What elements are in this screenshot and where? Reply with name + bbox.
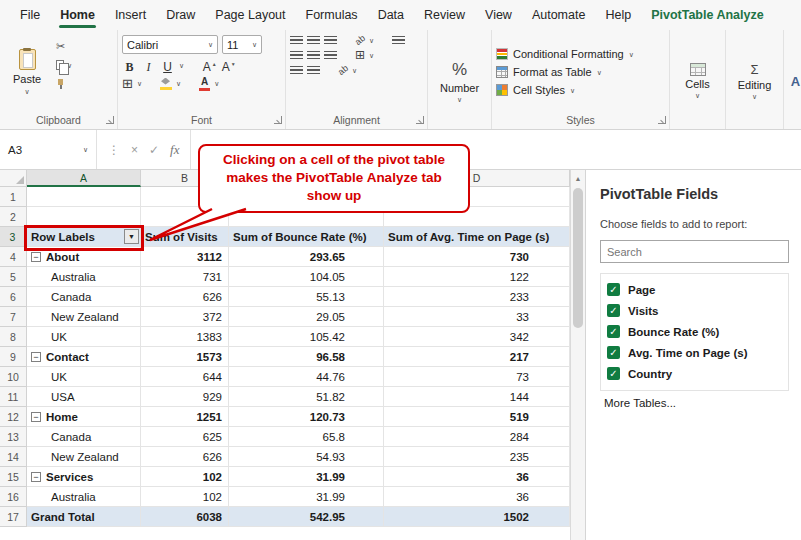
row-header-15[interactable]: 15 [0, 467, 27, 487]
bold-button[interactable]: B [122, 57, 137, 73]
cell-b14[interactable]: 626 [141, 447, 229, 467]
cell-d11[interactable]: 144 [384, 387, 570, 407]
cell-a11[interactable]: USA [27, 387, 141, 407]
insert-function-icon[interactable]: fx [170, 142, 179, 158]
tab-page-layout[interactable]: Page Layout [205, 0, 295, 30]
collapse-minus-icon[interactable]: − [31, 472, 41, 482]
conditional-formatting-button[interactable]: Conditional Formatting ∨ [496, 48, 665, 60]
cell-d8[interactable]: 342 [384, 327, 570, 347]
alignment-dialog-launcher-icon[interactable] [416, 116, 424, 124]
column-header-a[interactable]: A [27, 170, 141, 187]
addins-button-partial[interactable]: A [788, 33, 801, 129]
tab-help[interactable]: Help [595, 0, 641, 30]
row-header-3[interactable]: 3 [0, 227, 27, 247]
font-size-select[interactable]: 11 ∨ [222, 35, 262, 54]
row-header-17[interactable]: 17 [0, 507, 27, 527]
merge-center-icon[interactable]: ⊞ [355, 48, 365, 62]
cell-b13[interactable]: 625 [141, 427, 229, 447]
cell-d12[interactable]: 519 [384, 407, 570, 427]
cell-c14[interactable]: 54.93 [229, 447, 384, 467]
align-center-icon[interactable] [307, 51, 320, 60]
field-item-avg-time-on-page-s[interactable]: ✓Avg. Time on Page (s) [603, 342, 786, 363]
cell-a14[interactable]: New Zealand [27, 447, 141, 467]
collapse-minus-icon[interactable]: − [31, 412, 41, 422]
decrease-indent-icon[interactable] [290, 66, 303, 75]
cell-a12[interactable]: −Home [27, 407, 141, 427]
row-header-5[interactable]: 5 [0, 267, 27, 287]
cell-d7[interactable]: 33 [384, 307, 570, 327]
tab-view[interactable]: View [475, 0, 522, 30]
checkbox-bounce-rate[interactable]: ✓ [607, 325, 620, 338]
checkbox-avg-time-on-page-s[interactable]: ✓ [607, 346, 620, 359]
checkbox-country[interactable]: ✓ [607, 367, 620, 380]
format-as-table-button[interactable]: Format as Table ∨ [496, 66, 665, 78]
cells-button[interactable]: Cells ∨ [674, 33, 721, 129]
cell-b6[interactable]: 626 [141, 287, 229, 307]
cell-a9[interactable]: −Contact [27, 347, 141, 367]
wrap-text-icon[interactable] [392, 36, 405, 45]
row-header-11[interactable]: 11 [0, 387, 27, 407]
cell-d5[interactable]: 122 [384, 267, 570, 287]
cell-a5[interactable]: Australia [27, 267, 141, 287]
cell-d13[interactable]: 284 [384, 427, 570, 447]
cell-c6[interactable]: 55.13 [229, 287, 384, 307]
cell-c5[interactable]: 104.05 [229, 267, 384, 287]
tab-automate[interactable]: Automate [522, 0, 596, 30]
collapse-minus-icon[interactable]: − [31, 352, 41, 362]
cell-c15[interactable]: 31.99 [229, 467, 384, 487]
cell-b4[interactable]: 3112 [141, 247, 229, 267]
select-all-corner[interactable] [0, 170, 27, 187]
more-tables-link[interactable]: More Tables... [600, 397, 789, 409]
borders-icon[interactable]: ⊞ [122, 76, 133, 91]
align-left-icon[interactable] [290, 51, 303, 60]
row-header-14[interactable]: 14 [0, 447, 27, 467]
cell-d15[interactable]: 36 [384, 467, 570, 487]
tab-data[interactable]: Data [368, 0, 414, 30]
tab-insert[interactable]: Insert [105, 0, 156, 30]
cell-a8[interactable]: UK [27, 327, 141, 347]
cell-a16[interactable]: Australia [27, 487, 141, 507]
cell-b9[interactable]: 1573 [141, 347, 229, 367]
cell-c7[interactable]: 29.05 [229, 307, 384, 327]
cell-d17[interactable]: 1502 [384, 507, 570, 527]
row-header-4[interactable]: 4 [0, 247, 27, 267]
cell-a1[interactable] [27, 187, 141, 207]
align-middle-icon[interactable] [307, 36, 320, 45]
cell-c8[interactable]: 105.42 [229, 327, 384, 347]
copy-button[interactable]: ∨ [56, 58, 72, 72]
format-painter-button[interactable] [56, 77, 72, 91]
fill-color-icon[interactable] [160, 78, 172, 90]
font-name-select[interactable]: Calibri ∨ [122, 35, 218, 54]
field-item-bounce-rate[interactable]: ✓Bounce Rate (%) [603, 321, 786, 342]
row-header-16[interactable]: 16 [0, 487, 27, 507]
cell-b12[interactable]: 1251 [141, 407, 229, 427]
cut-button[interactable]: ✂ [56, 39, 72, 53]
tab-file[interactable]: File [10, 0, 50, 30]
align-bottom-icon[interactable] [324, 36, 337, 45]
cell-b10[interactable]: 644 [141, 367, 229, 387]
orientation-icon[interactable]: ab [353, 33, 367, 47]
scrollbar-thumb[interactable] [573, 188, 583, 328]
row-header-12[interactable]: 12 [0, 407, 27, 427]
editing-button[interactable]: Σ Editing ∨ [730, 33, 779, 129]
cell-d3[interactable]: Sum of Avg. Time on Page (s) [384, 227, 570, 247]
cell-b16[interactable]: 102 [141, 487, 229, 507]
field-item-country[interactable]: ✓Country [603, 363, 786, 384]
row-header-10[interactable]: 10 [0, 367, 27, 387]
styles-dialog-launcher-icon[interactable] [658, 116, 666, 124]
cell-d4[interactable]: 730 [384, 247, 570, 267]
align-top-icon[interactable] [290, 36, 303, 45]
tab-review[interactable]: Review [414, 0, 475, 30]
tab-draw[interactable]: Draw [156, 0, 205, 30]
cell-a2[interactable] [27, 207, 141, 227]
row-header-7[interactable]: 7 [0, 307, 27, 327]
field-item-page[interactable]: ✓Page [603, 279, 786, 300]
checkbox-page[interactable]: ✓ [607, 283, 620, 296]
cell-c12[interactable]: 120.73 [229, 407, 384, 427]
cell-b8[interactable]: 1383 [141, 327, 229, 347]
row-header-8[interactable]: 8 [0, 327, 27, 347]
checkbox-visits[interactable]: ✓ [607, 304, 620, 317]
row-header-6[interactable]: 6 [0, 287, 27, 307]
cell-a10[interactable]: UK [27, 367, 141, 387]
enter-check-icon[interactable]: ✓ [149, 143, 159, 157]
